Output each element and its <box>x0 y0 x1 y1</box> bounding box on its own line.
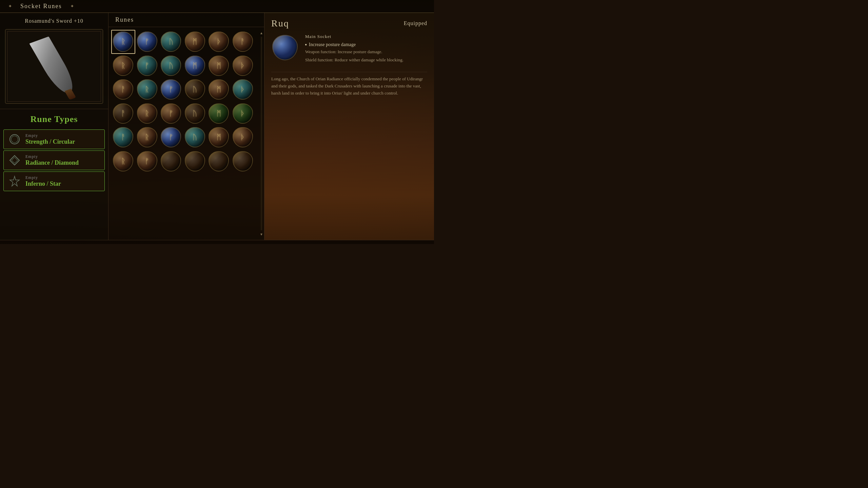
svg-marker-4 <box>10 176 19 186</box>
runes-grid-container: ᚱᚠᚢᛗᚦᚨᚱᚠᚢᛗᛗᚦᚨᚱᚠᚢᛗᚦᚨᚱᚠᚢᛗᚦᚨᚱᚠᚢᛗᚦᚱᚠ ▲ ▼ <box>108 27 264 240</box>
rune-preview-gem <box>272 35 298 60</box>
svg-point-1 <box>11 136 18 143</box>
rune-item-30[interactable]: ᚱ <box>112 150 135 173</box>
rune-item-16[interactable]: ᛗ <box>208 78 230 101</box>
rune-item-5[interactable]: ᚨ <box>232 30 254 53</box>
rune-item-3[interactable]: ᛗ <box>184 30 206 53</box>
main-container: Rosamund's Sword +10 Rune Types Empty St… <box>0 13 434 240</box>
weapon-function: Weapon function: Increase posture damage… <box>305 49 427 55</box>
rune-item-6[interactable]: ᚱ <box>112 55 135 77</box>
top-bar: ✦ Socket Runes ✦ <box>0 0 434 13</box>
weapon-section: Rosamund's Sword +10 <box>0 13 108 109</box>
scroll-track <box>261 37 262 230</box>
right-panel: Ruq Equipped Main Socket Increase postur… <box>264 13 434 240</box>
rune-item-22[interactable]: ᛗ <box>208 102 230 125</box>
divider <box>271 72 427 72</box>
rune-item-11[interactable]: ᚦ <box>232 55 254 77</box>
socket-section-label: Main Socket <box>305 34 427 39</box>
equipped-badge: Equipped <box>404 20 427 26</box>
right-content: Ruq Equipped Main Socket Increase postur… <box>264 13 434 102</box>
weapon-title: Rosamund's Sword +10 <box>5 18 103 24</box>
rune-header: Ruq Equipped <box>271 18 427 29</box>
rune-item-18[interactable]: ᚨ <box>112 102 135 125</box>
rune-item-13[interactable]: ᚱ <box>136 78 159 101</box>
socket-icon-strength <box>8 133 21 146</box>
rune-item-4[interactable]: ᚦ <box>208 30 230 53</box>
rune-item-35[interactable] <box>232 150 254 173</box>
rune-item-15[interactable]: ᚢ <box>184 78 206 101</box>
socket-inferno-empty: Empty <box>25 175 61 180</box>
rune-item-17[interactable]: ᚦ <box>232 78 254 101</box>
socket-info-inferno: Empty Inferno / Star <box>25 175 61 187</box>
socket-strength-type: Strength / Circular <box>25 138 75 145</box>
weapon-frame <box>5 29 103 104</box>
rune-types-label: Rune Types <box>0 109 108 128</box>
rune-description: Main Socket Increase posture damage Weap… <box>305 34 427 65</box>
rune-effect: Increase posture damage <box>305 42 427 47</box>
socket-slot-strength[interactable]: Empty Strength / Circular <box>3 129 105 149</box>
socket-slot-radiance[interactable]: Empty Radiance / Diamond <box>3 150 105 170</box>
socket-slots: Empty Strength / Circular Empty Radiance… <box>0 128 108 240</box>
rune-item-2[interactable]: ᚢ <box>160 30 182 53</box>
top-bar-title: Socket Runes <box>20 3 62 10</box>
middle-panel: Runes ᚱᚠᚢᛗᚦᚨᚱᚠᚢᛗᛗᚦᚨᚱᚠᚢᛗᚦᚨᚱᚠᚢᛗᚦᚨᚱᚠᚢᛗᚦᚱᚠ ▲… <box>108 13 264 240</box>
rune-item-19[interactable]: ᚱ <box>136 102 159 125</box>
rune-name: Ruq <box>271 18 289 29</box>
rune-item-24[interactable]: ᚨ <box>112 126 135 149</box>
socket-radiance-empty: Empty <box>25 154 79 159</box>
rune-item-29[interactable]: ᚦ <box>232 126 254 149</box>
socket-icon-inferno <box>8 175 21 188</box>
socket-info-radiance: Empty Radiance / Diamond <box>25 154 79 166</box>
rune-item-27[interactable]: ᚢ <box>184 126 206 149</box>
left-panel: Rosamund's Sword +10 Rune Types Empty St… <box>0 13 108 240</box>
socket-info-strength: Empty Strength / Circular <box>25 133 75 145</box>
runes-grid: ᚱᚠᚢᛗᚦᚨᚱᚠᚢᛗᛗᚦᚨᚱᚠᚢᛗᚦᚨᚱᚠᚢᛗᚦᚨᚱᚠᚢᛗᚦᚱᚠ <box>112 30 261 172</box>
scrollbar[interactable]: ▲ ▼ <box>259 30 264 237</box>
rune-item-12[interactable]: ᚨ <box>112 78 135 101</box>
rune-item-0[interactable]: ᚱ <box>112 30 135 53</box>
top-bar-left-icon: ✦ <box>7 3 14 10</box>
rune-item-21[interactable]: ᚢ <box>184 102 206 125</box>
rune-item-20[interactable]: ᚠ <box>160 102 182 125</box>
rune-item-8[interactable]: ᚢ <box>160 55 182 77</box>
scroll-up-arrow[interactable]: ▲ <box>259 30 264 35</box>
rune-item-25[interactable]: ᚱ <box>136 126 159 149</box>
rune-item-23[interactable]: ᚦ <box>232 102 254 125</box>
rune-item-28[interactable]: ᛗ <box>208 126 230 149</box>
rune-item-10[interactable]: ᛗ <box>208 55 230 77</box>
socket-inferno-type: Inferno / Star <box>25 180 61 187</box>
scroll-down-arrow[interactable]: ▼ <box>259 232 264 237</box>
rune-lore: Long ago, the Church of Orian Radiance o… <box>271 76 427 97</box>
rune-item-26[interactable]: ᚠ <box>160 126 182 149</box>
rune-item-9[interactable]: ᛗ <box>184 55 206 77</box>
socket-radiance-type: Radiance / Diamond <box>25 159 79 166</box>
rune-item-31[interactable]: ᚠ <box>136 150 159 173</box>
runes-title: Runes <box>108 13 264 27</box>
socket-icon-radiance <box>8 154 21 167</box>
rune-item-34[interactable] <box>208 150 230 173</box>
rune-item-7[interactable]: ᚠ <box>136 55 159 77</box>
rune-preview: Main Socket Increase posture damage Weap… <box>271 34 427 65</box>
top-bar-right-icon: ✦ <box>69 3 76 10</box>
rune-item-32[interactable] <box>160 150 182 173</box>
weapon-image <box>29 37 79 97</box>
socket-slot-inferno[interactable]: Empty Inferno / Star <box>3 171 105 191</box>
rune-preview-image <box>271 34 298 61</box>
rune-item-1[interactable]: ᚠ <box>136 30 159 53</box>
bottom-bar: Select Ok R Unequip ESC Return GAMER GUI… <box>0 240 434 244</box>
rune-item-14[interactable]: ᚠ <box>160 78 182 101</box>
shield-function: Shield function: Reduce wither damage wh… <box>305 57 427 63</box>
rune-item-33[interactable] <box>184 150 206 173</box>
socket-strength-empty: Empty <box>25 133 75 138</box>
